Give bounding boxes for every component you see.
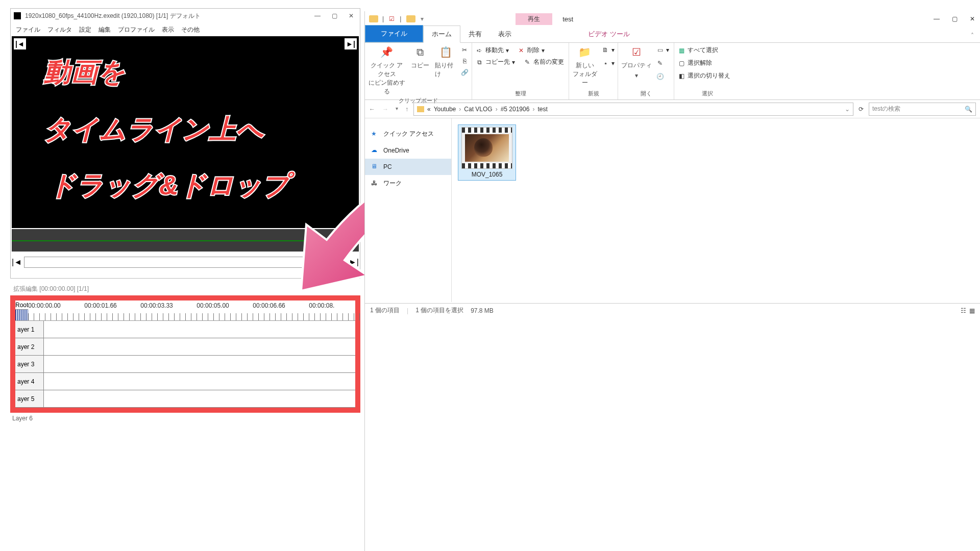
- timeline-zoom[interactable]: [15, 310, 28, 320]
- nav-recent-icon[interactable]: ▾: [396, 106, 398, 113]
- move-to-button[interactable]: ➪移動先 ▾: [475, 45, 509, 56]
- rename-button[interactable]: ✎名前の変更: [523, 57, 564, 67]
- properties-button[interactable]: ☑プロパティ▾: [621, 45, 652, 79]
- layer-row-4[interactable]: ayer 4: [15, 373, 355, 390]
- search-placeholder: testの検索: [872, 105, 900, 113]
- close-icon[interactable]: ✕: [349, 12, 354, 19]
- path-seg-4[interactable]: test: [537, 106, 547, 113]
- group-new: 新規: [572, 89, 615, 97]
- invert-selection-button[interactable]: ◧選択の切り替え: [677, 70, 730, 81]
- qat-folder-icon[interactable]: [406, 15, 415, 22]
- refresh-icon[interactable]: ⟳: [859, 106, 864, 113]
- path-seg-3[interactable]: #5 201906: [501, 106, 530, 113]
- layer-label-6: Layer 6: [10, 413, 360, 424]
- layer-row-2[interactable]: ayer 2: [15, 338, 355, 356]
- file-item[interactable]: MOV_1065: [458, 124, 516, 181]
- folder-icon: [369, 15, 378, 22]
- menu-view[interactable]: 表示: [162, 26, 174, 34]
- easy-access-button[interactable]: ⭑▾: [601, 58, 615, 68]
- tab-file[interactable]: ファイル: [365, 25, 423, 42]
- history-button[interactable]: 🕘: [656, 71, 669, 82]
- path-dropdown-icon[interactable]: ⌄: [845, 106, 850, 113]
- delete-button[interactable]: ✕削除 ▾: [517, 45, 545, 56]
- group-open: 開く: [621, 89, 671, 97]
- timeline-ruler[interactable]: 00:00:00.00 00:00:01.66 00:00:03.33 00:0…: [28, 300, 365, 320]
- audio-waveform[interactable]: [12, 229, 359, 252]
- copy-path-button[interactable]: ⎘: [460, 56, 469, 66]
- aviutl-titlebar[interactable]: 1920x1080_60fps_44100Hz.exedit (1920,108…: [11, 9, 360, 23]
- timeline-root-label[interactable]: Root: [15, 300, 28, 310]
- pin-button[interactable]: 📌クイック アクセス にピン留めする: [368, 45, 405, 96]
- select-all-button[interactable]: ▦すべて選択: [677, 45, 718, 56]
- layer-label-3: ayer 3: [15, 356, 44, 372]
- timeline-window: 拡張編集 [00:00:00.00] [1/1] Root 00:00:00.0…: [10, 283, 360, 424]
- file-list[interactable]: MOV_1065: [452, 118, 980, 302]
- layer-row-5[interactable]: ayer 5: [15, 390, 355, 408]
- time-2: 00:00:03.33: [140, 302, 197, 309]
- close-icon[interactable]: ✕: [970, 15, 975, 22]
- search-box[interactable]: testの検索 🔍: [869, 103, 976, 116]
- tab-video-tools[interactable]: ビデオ ツール: [580, 26, 638, 42]
- menu-settings[interactable]: 設定: [79, 26, 91, 34]
- menu-other[interactable]: その他: [181, 26, 200, 34]
- view-thumbnails-icon[interactable]: ▦: [969, 307, 975, 314]
- layer-row-1[interactable]: ayer 1: [15, 321, 355, 338]
- maximize-icon[interactable]: ▢: [332, 12, 337, 19]
- minimize-icon[interactable]: —: [934, 15, 940, 22]
- scrub-step-icon[interactable]: ▸|: [340, 258, 347, 267]
- video-thumbnail: [461, 127, 512, 169]
- contextual-tab-play[interactable]: 再生: [516, 13, 552, 25]
- select-none-button[interactable]: ▢選択解除: [677, 58, 712, 68]
- overlay-line1: 動画を: [44, 56, 126, 88]
- layer-label-4: ayer 4: [15, 373, 44, 390]
- path-seg-1[interactable]: Youtube: [434, 106, 456, 113]
- time-5: 00:00:08.: [309, 302, 365, 309]
- nav-network[interactable]: 🖧ワーク: [365, 175, 451, 192]
- ribbon-collapse-icon[interactable]: ˄: [965, 29, 980, 42]
- layer-label-2: ayer 2: [15, 338, 44, 355]
- new-folder-button[interactable]: 📁新しい フォルダー: [572, 45, 597, 87]
- scrub-track[interactable]: [24, 257, 338, 268]
- scrub-left-icon[interactable]: |◄: [12, 258, 22, 267]
- copy-to-button[interactable]: ⧉コピー先 ▾: [475, 57, 515, 67]
- seek-end-icon[interactable]: ►|: [345, 38, 357, 49]
- nav-forward-icon[interactable]: →: [382, 106, 388, 113]
- menu-file[interactable]: ファイル: [16, 26, 40, 34]
- search-icon: 🔍: [965, 106, 972, 113]
- address-bar[interactable]: « Youtube› Cat VLOG› #5 201906› test ⌄: [413, 103, 853, 116]
- menu-edit[interactable]: 編集: [99, 26, 111, 34]
- view-details-icon[interactable]: ☷: [961, 307, 966, 314]
- tab-view[interactable]: 表示: [490, 26, 520, 42]
- nav-back-icon[interactable]: ←: [369, 106, 375, 113]
- timeline-header: Root 00:00:00.00 00:00:01.66 00:00:03.33…: [15, 300, 355, 321]
- cut-button[interactable]: ✂: [460, 45, 469, 55]
- qat-properties-icon[interactable]: ☑: [389, 15, 395, 22]
- maximize-icon[interactable]: ▢: [952, 15, 958, 22]
- nav-pc[interactable]: 🖥PC: [365, 159, 451, 175]
- tab-home[interactable]: ホーム: [423, 26, 460, 43]
- menu-filter[interactable]: フィルタ: [47, 26, 72, 34]
- nav-onedrive[interactable]: ☁OneDrive: [365, 142, 451, 159]
- timeline-highlight: Root 00:00:00.00 00:00:01.66 00:00:03.33…: [10, 295, 360, 413]
- paste-shortcut-button[interactable]: 🔗: [460, 67, 469, 78]
- menu-profile[interactable]: プロファイル: [118, 26, 155, 34]
- qat-dropdown-icon[interactable]: ▾: [421, 15, 424, 22]
- status-bar: 1 個の項目 | 1 個の項目を選択 97.8 MB ☷ ▦: [365, 303, 980, 317]
- paste-button[interactable]: 📋貼り付け: [435, 45, 456, 79]
- tab-share[interactable]: 共有: [460, 26, 490, 42]
- layer-row-3[interactable]: ayer 3: [15, 356, 355, 373]
- copy-button[interactable]: ⧉コピー: [409, 45, 431, 70]
- nav-up-icon[interactable]: ↑: [405, 106, 408, 113]
- minimize-icon[interactable]: —: [314, 12, 321, 19]
- open-button[interactable]: ▭▾: [656, 45, 669, 55]
- explorer-titlebar[interactable]: | ☑ | ▾ 再生 test — ▢ ✕: [365, 11, 980, 27]
- nav-quick-access[interactable]: ★クイック アクセス: [365, 126, 451, 142]
- scrub-right-icon[interactable]: ►|: [349, 258, 359, 267]
- new-item-button[interactable]: 🗎▾: [601, 45, 615, 55]
- overlay-line3: ドラッグ&ドロップ: [49, 169, 289, 201]
- explorer-window: | ☑ | ▾ 再生 test — ▢ ✕ ファイル ホーム 共有 表示 ビデオ…: [364, 11, 980, 551]
- seek-start-icon[interactable]: |◄: [14, 38, 26, 49]
- thumbnail-image: [465, 134, 509, 162]
- path-seg-2[interactable]: Cat VLOG: [464, 106, 492, 113]
- edit-button[interactable]: ✎: [656, 58, 669, 68]
